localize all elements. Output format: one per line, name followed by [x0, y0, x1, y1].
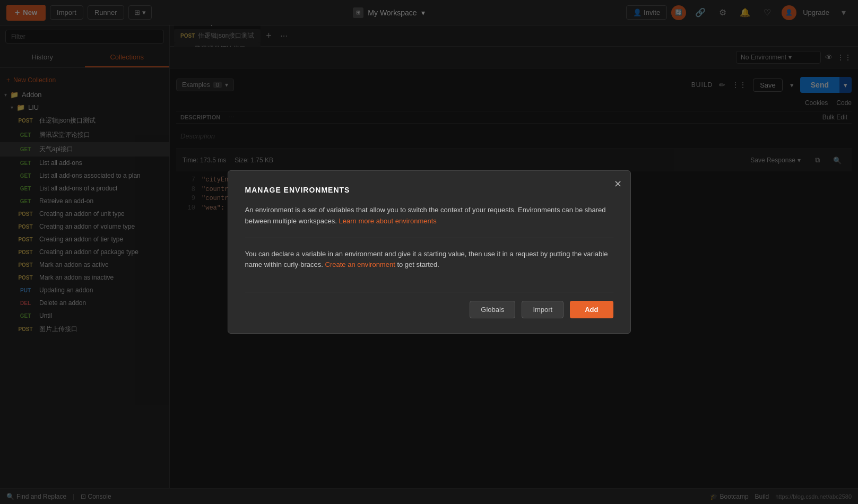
modal-body-1: An environment is a set of variables tha… [245, 205, 613, 227]
globals-button[interactable]: Globals [470, 301, 515, 318]
modal-divider [245, 238, 613, 238]
learn-more-link[interactable]: Learn more about environments [339, 217, 437, 225]
add-button[interactable]: Add [570, 301, 613, 318]
modal-title: MANAGE ENVIRONMENTS [245, 186, 613, 194]
modal-body-2: You can declare a variable in an environ… [245, 249, 613, 271]
manage-environments-modal: MANAGE ENVIRONMENTS ✕ An environment is … [228, 170, 631, 334]
create-environment-link[interactable]: Create an environment [325, 260, 395, 268]
modal-overlay[interactable]: MANAGE ENVIRONMENTS ✕ An environment is … [0, 0, 858, 504]
modal-import-button[interactable]: Import [522, 301, 564, 318]
modal-close-button[interactable]: ✕ [614, 178, 622, 190]
modal-footer: Globals Import Add [245, 292, 613, 318]
